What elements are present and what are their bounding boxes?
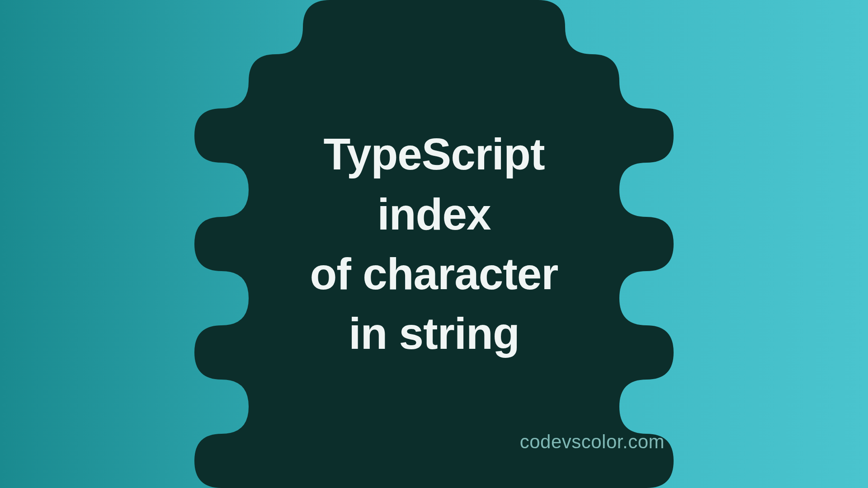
title-container: TypeScript index of character in string [310,124,558,363]
title-line-3: of character [310,244,558,304]
watermark-text: codevscolor.com [520,431,665,453]
title-line-1: TypeScript [310,124,558,184]
title-line-4: in string [310,304,558,363]
banner-container: TypeScript index of character in string … [0,0,868,488]
banner-title: TypeScript index of character in string [310,124,558,363]
title-line-2: index [310,184,558,244]
